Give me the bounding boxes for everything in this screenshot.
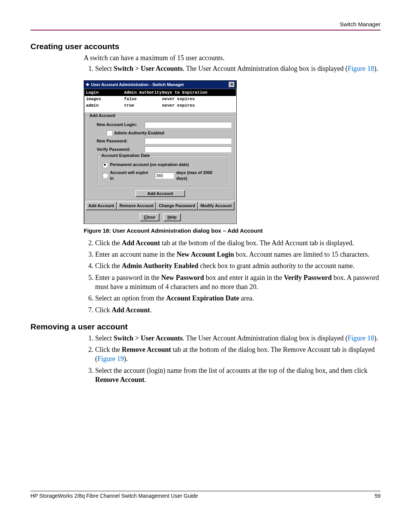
col-expiration: Days to Expiration: [162, 90, 234, 96]
tab-modify-account[interactable]: Modify Account: [198, 201, 234, 210]
label-new-login: New Account Login:: [89, 122, 142, 128]
intro-paragraph: A switch can have a maximum of 15 user a…: [84, 53, 381, 62]
label-admin-authority: Admin Authority Enabled: [114, 130, 164, 136]
add-account-group: Add Account New Account Login: Admin Aut…: [86, 115, 235, 200]
steps-creating: Select Switch > User Accounts. The User …: [84, 64, 381, 73]
figure-link-18[interactable]: Figure 18: [348, 65, 374, 72]
account-table: Login Admin Authority Days to Expiration…: [84, 89, 236, 112]
figure-link-19[interactable]: Figure 19: [97, 355, 124, 363]
header-rule: [30, 30, 381, 30]
step-5: Enter a password in the New Password box…: [95, 273, 381, 292]
step-7: Click Add Account.: [95, 305, 381, 315]
step-r1: Select Switch > User Accounts. The User …: [95, 334, 381, 343]
group-label-expiration: Account Expiration Date: [100, 153, 151, 158]
admin-authority-checkbox[interactable]: [107, 130, 112, 136]
radio-permanent[interactable]: [102, 162, 108, 168]
label-permanent: Permanent account (no expiration date): [110, 162, 189, 168]
step-4: Click the Admin Authority Enabled check …: [95, 261, 381, 270]
new-login-input[interactable]: [145, 122, 231, 128]
user-account-admin-dialog: ❖ User Account Administration - Switch M…: [84, 80, 237, 224]
steps-creating-cont: Click the Add Account tab at the bottom …: [84, 238, 381, 315]
chapter-label: Switch Manager: [30, 21, 381, 27]
step-r2: Click the Remove Account tab at the bott…: [95, 345, 381, 364]
step-3: Enter an account name in the New Account…: [95, 250, 381, 259]
table-row[interactable]: images false never expires: [84, 96, 236, 102]
new-password-input[interactable]: [145, 138, 231, 144]
col-login: Login: [86, 90, 124, 96]
tab-change-password[interactable]: Change Password: [156, 201, 198, 210]
app-icon: ❖: [86, 82, 89, 88]
page-number: 59: [374, 493, 381, 499]
tab-add-account[interactable]: Add Account: [86, 201, 117, 210]
figure-caption: Figure 18: User Account Administration d…: [84, 227, 381, 235]
step-1: Select Switch > User Accounts. The User …: [95, 64, 381, 73]
help-button[interactable]: HHelpelp: [163, 213, 181, 221]
figure-18: ❖ User Account Administration - Switch M…: [84, 80, 381, 224]
dialog-title: User Account Administration - Switch Man…: [91, 82, 184, 88]
group-label-add-account: Add Account: [88, 113, 116, 118]
label-verify-password: Verify Password:: [89, 147, 142, 152]
close-icon[interactable]: ✕: [229, 82, 235, 88]
expiration-group: Account Expiration Date Permanent accoun…: [97, 155, 228, 187]
close-button[interactable]: CCloselose: [140, 213, 159, 221]
steps-removing: Select Switch > User Accounts. The User …: [84, 334, 381, 384]
step-6: Select an option from the Account Expira…: [95, 294, 381, 303]
footer-title: HP StorageWorks 2/8q Fibre Channel Switc…: [30, 493, 198, 499]
col-admin: Admin Authority: [124, 90, 162, 96]
section-title-creating: Creating user accounts: [30, 42, 381, 51]
step-r3: Select the account (login) name from the…: [95, 366, 381, 385]
add-account-button[interactable]: Add Account: [135, 190, 185, 197]
radio-expire[interactable]: [102, 173, 108, 178]
tab-remove-account[interactable]: Remove Account: [117, 201, 156, 210]
label-expire: Account will expire in: [110, 170, 153, 181]
page-footer: HP StorageWorks 2/8q Fibre Channel Switc…: [30, 491, 381, 499]
verify-password-input[interactable]: [145, 146, 231, 152]
table-row[interactable]: admin true never expires: [84, 102, 236, 109]
step-2: Click the Add Account tab at the bottom …: [95, 238, 381, 248]
section-title-removing: Removing a user account: [30, 322, 381, 331]
label-expire-suffix: days (max of 2000 days): [176, 170, 224, 181]
figure-link-18b[interactable]: Figure 18: [348, 334, 374, 342]
tab-bar: Add Account Remove Account Change Passwo…: [84, 201, 236, 210]
label-new-password: New Password:: [89, 138, 142, 144]
expire-days-input[interactable]: [155, 173, 174, 179]
